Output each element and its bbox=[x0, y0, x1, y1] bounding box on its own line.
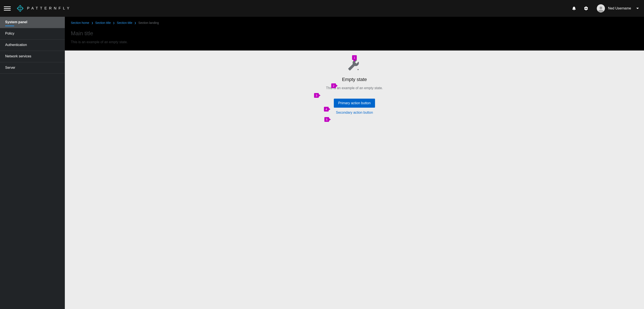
sidebar-item-label: Policy bbox=[5, 32, 14, 35]
chevron-right-icon: ❯ bbox=[92, 22, 93, 24]
bell-icon bbox=[572, 7, 576, 10]
empty-state-body: This is an example of an empty state. bbox=[294, 86, 414, 90]
secondary-action-button[interactable]: Secondary action button bbox=[336, 111, 373, 115]
content-area: Empty state This is an example of an emp… bbox=[65, 51, 644, 309]
annotation-marker: 2 bbox=[331, 83, 336, 88]
settings-button[interactable] bbox=[582, 4, 590, 13]
brand[interactable]: PATTERNFLY bbox=[16, 5, 72, 12]
page-header: Section home ❯ Section title ❯ Section t… bbox=[65, 17, 644, 51]
breadcrumb-link[interactable]: Section title bbox=[117, 21, 132, 25]
avatar bbox=[597, 4, 605, 13]
brand-name: PATTERNFLY bbox=[27, 6, 72, 11]
breadcrumb-link[interactable]: Section home bbox=[71, 21, 89, 25]
sidebar-item-system-panel[interactable]: System panel bbox=[0, 17, 65, 28]
breadcrumb-link[interactable]: Section title bbox=[95, 21, 111, 25]
sidebar-item-authentication[interactable]: Authentication bbox=[0, 40, 65, 51]
chevron-right-icon: ❯ bbox=[134, 22, 136, 24]
annotation-marker: 3 bbox=[314, 93, 319, 98]
chevron-right-icon: ❯ bbox=[113, 22, 115, 24]
brand-logo-icon bbox=[16, 5, 24, 12]
sidebar-item-label: Authentication bbox=[5, 43, 27, 47]
notifications-button[interactable] bbox=[570, 4, 578, 13]
main-content: Section home ❯ Section title ❯ Section t… bbox=[65, 17, 644, 309]
sidebar-item-label: Network services bbox=[5, 54, 31, 58]
caret-down-icon bbox=[636, 8, 639, 9]
nav-toggle-button[interactable] bbox=[4, 5, 11, 12]
user-menu-button[interactable]: Ned Username bbox=[597, 4, 639, 13]
sidebar-item-label: Server bbox=[5, 66, 15, 69]
user-icon bbox=[598, 6, 604, 13]
annotation-marker: 4 bbox=[324, 107, 329, 112]
gear-icon bbox=[584, 7, 588, 10]
primary-action-button[interactable]: Primary action button bbox=[334, 99, 375, 108]
page-description: This is an example of an empty state. bbox=[71, 40, 638, 44]
sidebar-item-server[interactable]: Server bbox=[0, 62, 65, 74]
breadcrumb: Section home ❯ Section title ❯ Section t… bbox=[71, 21, 638, 25]
page-title: Main title bbox=[71, 30, 638, 37]
sidebar-item-policy[interactable]: Policy bbox=[0, 28, 65, 40]
sidebar-item-label: System panel bbox=[5, 20, 27, 24]
sidebar-nav: System panel Policy Authentication Netwo… bbox=[0, 17, 65, 309]
empty-state-title: Empty state bbox=[294, 77, 414, 82]
annotation-marker: 5 bbox=[324, 117, 329, 122]
sidebar-item-network-services[interactable]: Network services bbox=[0, 51, 65, 62]
breadcrumb-current: Section landing bbox=[138, 21, 159, 25]
user-display-name: Ned Username bbox=[608, 7, 631, 10]
empty-state: Empty state This is an example of an emp… bbox=[294, 59, 414, 115]
annotation-marker: 1 bbox=[352, 55, 357, 60]
masthead: PATTERNFLY Ned Username bbox=[0, 0, 644, 17]
